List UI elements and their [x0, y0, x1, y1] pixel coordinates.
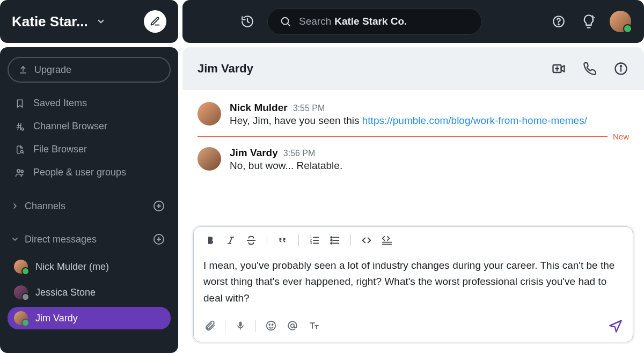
nav-people[interactable]: People & user groups [8, 161, 171, 183]
search-static-label: Search [299, 16, 331, 27]
strikethrough-button[interactable] [243, 232, 259, 248]
svg-rect-31 [239, 322, 242, 327]
nav-channel-browser[interactable]: Channel Browser [8, 115, 171, 137]
format-toolbar: 123 [194, 227, 633, 254]
chat-header: Jim Vardy [182, 47, 644, 90]
dm-item-jim-vardy[interactable]: Jim Vardy [8, 307, 171, 329]
svg-point-26 [331, 237, 332, 238]
emoji-button[interactable] [262, 317, 280, 334]
mention-button[interactable] [284, 317, 301, 334]
svg-point-36 [291, 324, 294, 327]
svg-text:3: 3 [310, 241, 312, 245]
message-time: 3:55 PM [293, 104, 325, 113]
nav-label: People & user groups [33, 167, 126, 178]
call-button[interactable] [582, 61, 598, 77]
avatar [14, 285, 28, 299]
nav-file-browser[interactable]: File Browser [8, 138, 171, 160]
svg-line-15 [230, 237, 232, 244]
sidebar-body: Upgrade Saved Items Channel Browser File… [0, 47, 178, 353]
svg-point-33 [267, 321, 276, 330]
channels-section-header[interactable]: Channels [8, 195, 171, 217]
nav-label: File Browser [33, 144, 87, 155]
composer: 123 I mean, you've probably seen a lot o… [193, 226, 633, 342]
new-label: New [608, 132, 629, 141]
send-button[interactable] [606, 316, 625, 335]
nav-label: Channel Browser [33, 121, 107, 132]
file-search-icon [14, 145, 26, 155]
message-list: Nick Mulder 3:55 PM Hey, Jim, have you s… [182, 90, 644, 226]
search-icon [280, 16, 291, 27]
message-author[interactable]: Nick Mulder [230, 102, 288, 114]
help-button[interactable] [550, 12, 568, 31]
svg-point-2 [17, 170, 20, 172]
new-messages-divider: New [197, 132, 629, 141]
nav-label: Saved Items [33, 98, 87, 109]
code-block-button[interactable] [379, 232, 395, 248]
search-input[interactable]: Search Katie Stark Co. [267, 8, 482, 35]
code-button[interactable] [358, 232, 375, 248]
svg-point-3 [21, 170, 23, 172]
svg-point-6 [282, 18, 289, 25]
dm-list: Nick Mulder (me) Jessica Stone Jim Vardy [8, 255, 171, 329]
quote-button[interactable] [275, 232, 291, 248]
add-channel-button[interactable] [151, 198, 166, 214]
bold-button[interactable] [202, 232, 218, 248]
channels-label: Channels [25, 201, 65, 212]
chat-title[interactable]: Jim Vardy [197, 62, 253, 76]
people-icon [14, 167, 26, 178]
topbar: Search Katie Stark Co. [182, 0, 644, 43]
bookmark-icon [14, 99, 26, 108]
dm-item-nick-mulder[interactable]: Nick Mulder (me) [8, 255, 171, 278]
avatar[interactable] [197, 147, 221, 171]
svg-point-27 [331, 239, 332, 241]
dms-label: Direct messages [25, 234, 97, 245]
dm-label: Nick Mulder (me) [35, 261, 109, 273]
ordered-list-button[interactable]: 123 [306, 232, 323, 248]
dm-label: Jessica Stone [35, 287, 96, 298]
dm-label: Jim Vardy [35, 313, 78, 324]
format-toggle-button[interactable] [305, 317, 323, 334]
add-dm-button[interactable] [151, 232, 166, 247]
draft-input[interactable]: I mean, you've probably seen a lot of in… [194, 254, 633, 312]
upgrade-label: Upgrade [34, 64, 71, 76]
history-button[interactable] [237, 11, 258, 32]
svg-point-8 [558, 24, 559, 25]
user-avatar[interactable] [610, 11, 631, 32]
chevron-down-icon[interactable] [93, 14, 108, 29]
hash-search-icon [14, 122, 26, 131]
svg-point-28 [331, 242, 332, 244]
info-button[interactable] [613, 61, 629, 77]
avatar[interactable] [197, 102, 221, 126]
message-author[interactable]: Jim Vardy [230, 147, 278, 159]
svg-point-35 [272, 324, 273, 325]
nav-list: Saved Items Channel Browser File Browser… [8, 92, 171, 183]
message-row: Nick Mulder 3:55 PM Hey, Jim, have you s… [197, 98, 629, 131]
workspace-name[interactable]: Katie Star... [12, 13, 88, 30]
avatar [14, 311, 28, 325]
dms-section-header[interactable]: Direct messages [8, 229, 171, 250]
dm-item-jessica-stone[interactable]: Jessica Stone [8, 281, 171, 304]
compose-button[interactable] [144, 10, 166, 33]
upload-icon [18, 65, 28, 75]
chevron-down-icon [11, 235, 19, 244]
message-link[interactable]: https://pumble.com/blog/work-from-home-m… [362, 115, 587, 126]
message-time: 3:56 PM [283, 149, 316, 158]
upgrade-button[interactable]: Upgrade [8, 57, 171, 83]
mic-button[interactable] [232, 317, 249, 334]
message-row: Jim Vardy 3:56 PM No, but wow... Relatab… [197, 143, 629, 176]
svg-point-34 [269, 324, 270, 325]
chevron-right-icon [11, 202, 19, 210]
italic-button[interactable] [223, 232, 239, 248]
composer-footer [194, 312, 633, 342]
start-video-button[interactable] [551, 61, 567, 77]
search-scope-label: Katie Stark Co. [334, 16, 407, 27]
nav-saved-items[interactable]: Saved Items [8, 92, 171, 114]
message-body: Hey, Jim, have you seen this https://pum… [230, 115, 629, 127]
attach-button[interactable] [201, 317, 218, 334]
workspace-header: Katie Star... [0, 0, 178, 43]
bullet-list-button[interactable] [327, 232, 343, 248]
message-text: Hey, Jim, have you seen this [230, 115, 362, 126]
whats-new-button[interactable] [580, 12, 598, 31]
message-body: No, but wow... Relatable. [230, 160, 629, 172]
avatar [14, 260, 28, 274]
